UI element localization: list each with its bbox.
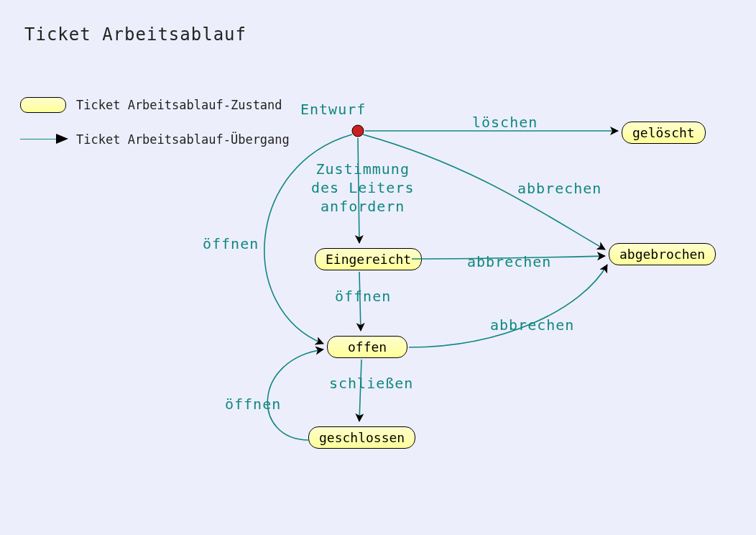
state-eingereicht: Eingereicht [315,248,422,270]
initial-state-label: Entwurf [300,101,366,118]
label-geschlossen-oeffnen: öffnen [225,395,281,413]
label-entwurf-abbrechen: abbrechen [517,180,601,197]
svg-point-2 [352,125,364,137]
state-offen: offen [327,336,407,358]
diagram-title: Ticket Arbeitsablauf [24,24,246,45]
label-eingereicht-oeffnen: öffnen [335,288,391,305]
legend-state-label: Ticket Arbeitsablauf-Zustand [76,98,282,112]
legend-transition-line [20,139,60,140]
label-eingereicht-abbrechen: abbrechen [467,253,551,270]
label-loeschen: löschen [472,114,538,131]
label-offen-abbrechen: abbrechen [490,316,574,334]
state-geschlossen: geschlossen [308,426,415,449]
label-entwurf-oeffnen: öffnen [203,235,259,252]
label-schliessen: schließen [329,375,413,392]
state-geloescht: gelöscht [622,122,706,144]
workflow-diagram: Ticket Arbeitsablauf Ticket Arbeitsablau… [0,0,756,535]
legend-transition-label: Ticket Arbeitsablauf-Übergang [76,132,290,147]
state-abgebrochen: abgebrochen [609,243,716,265]
label-zustimmung: Zustimmung des Leiters anfordern [311,160,414,216]
legend-state-swatch [20,97,66,113]
